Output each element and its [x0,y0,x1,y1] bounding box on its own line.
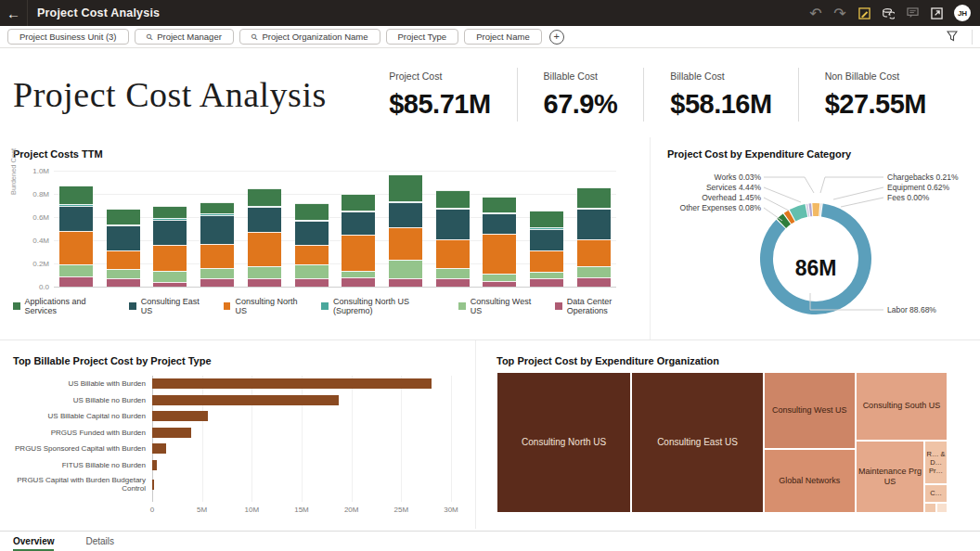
ttm-segment-consulting-east-us[interactable] [342,211,375,235]
ttm-segment-consulting-east-us[interactable] [248,207,281,233]
data-refresh-button[interactable] [876,0,900,26]
ttm-bar-12[interactable] [577,187,611,288]
ttm-segment-consulting-west-us[interactable] [530,272,563,279]
ttm-segment-applications-and-services[interactable] [483,197,516,213]
treemap-cell-small-9[interactable] [936,503,948,513]
ttm-segment-data-center-operations[interactable] [342,277,375,287]
treemap-cell-consulting-south-us[interactable]: Consulting South US [856,372,948,441]
ttm-segment-consulting-east-us[interactable] [153,220,187,246]
ttm-bar-5[interactable] [248,188,281,287]
treemap-cell-r-d-pr[interactable]: R… & D… Pr… [924,441,948,484]
ttm-segment-consulting-east-us[interactable] [59,206,93,232]
ttm-segment-consulting-west-us[interactable] [59,264,93,276]
treemap-cell-global-networks[interactable]: Global Networks [764,449,856,513]
ttm-segment-consulting-north-us[interactable] [530,250,563,272]
ttm-segment-consulting-north-us[interactable] [248,232,281,265]
treemap-cell-maintenance-prg-us[interactable]: Maintenance Prg US [856,441,924,513]
legend-item-data-center-operations[interactable]: Data Center Operations [555,297,650,315]
ttm-segment-consulting-west-us[interactable] [153,271,187,283]
ttm-segment-consulting-east-us[interactable] [577,209,611,239]
ttm-segment-consulting-west-us[interactable] [436,268,470,278]
donut-slice-overhead[interactable] [781,219,787,224]
edit-button[interactable] [852,0,876,26]
ttm-segment-consulting-north-us[interactable] [389,227,422,260]
ttm-segment-consulting-west-us[interactable] [107,269,140,278]
treemap-cell-small-8[interactable] [924,503,936,513]
undo-button[interactable]: ↶ [804,0,828,26]
ttm-segment-data-center-operations[interactable] [59,276,93,287]
ttm-segment-applications-and-services[interactable] [59,186,93,204]
legend-item-consulting-north-us[interactable]: Consulting North US [224,297,306,315]
treemap-cell-consulting-west-us[interactable]: Consulting West US [764,372,856,449]
add-filter-button[interactable]: + [549,30,564,45]
ttm-segment-applications-and-services[interactable] [530,211,563,228]
tab-details[interactable]: Details [85,532,114,546]
ttm-bar-3[interactable] [153,206,187,288]
filter-chip-project-business-unit-3[interactable]: Project Business Unit (3) [7,29,129,45]
legend-item-consulting-west-us[interactable]: Consulting West US [458,297,540,315]
ttm-segment-consulting-east-us[interactable] [107,225,140,251]
treemap-cell-consulting-north-us[interactable]: Consulting North US [496,372,631,513]
ttm-segment-consulting-east-us[interactable] [483,213,516,233]
donut-slice-other-expenses[interactable] [788,216,792,219]
ttm-bar-10[interactable] [483,197,516,288]
hbar-bar-prgus-funded-with-burden[interactable] [152,428,191,438]
ttm-segment-consulting-north-us[interactable] [200,244,234,268]
ttm-segment-applications-and-services[interactable] [295,203,329,220]
ttm-segment-applications-and-services[interactable] [200,202,234,214]
ttm-segment-consulting-north-us[interactable] [436,239,470,268]
hbar-bar-prgus-capital-with-burden-budgetary-control[interactable] [152,480,154,490]
ttm-bar-11[interactable] [530,211,563,288]
ttm-segment-consulting-west-us[interactable] [200,268,234,278]
ttm-segment-consulting-north-us[interactable] [59,231,93,264]
ttm-segment-applications-and-services[interactable] [389,174,422,201]
hbar-bar-prgus-sponsored-capital-with-burden[interactable] [152,443,166,454]
ttm-segment-consulting-north-us[interactable] [342,235,375,271]
legend-item-consulting-east-us[interactable]: Consulting East US [129,297,209,315]
ttm-segment-consulting-west-us[interactable] [342,271,375,278]
ttm-segment-applications-and-services[interactable] [107,209,140,224]
legend-item-consulting-north-us-supremo[interactable]: Consulting North US (Supremo) [321,297,444,315]
filter-chip-project-organization-name[interactable]: ⚲Project Organization Name [239,29,380,45]
legend-item-applications-and-services[interactable]: Applications and Services [13,297,114,315]
ttm-segment-data-center-operations[interactable] [389,278,422,287]
present-button[interactable] [924,0,948,26]
ttm-segment-consulting-east-us[interactable] [436,209,470,239]
ttm-bar-2[interactable] [107,209,140,287]
user-avatar[interactable]: JH [954,5,971,21]
hbar-bar-us-billable-capital-no-burden[interactable] [152,411,208,421]
ttm-segment-consulting-west-us[interactable] [295,264,329,278]
ttm-segment-data-center-operations[interactable] [153,282,187,287]
ttm-segment-consulting-west-us[interactable] [483,274,516,281]
back-button[interactable]: ← [0,0,28,26]
filter-chip-project-manager[interactable]: ⚲Project Manager [135,29,234,45]
tab-overview[interactable]: Overview [13,532,54,551]
hbar-bar-us-billable-with-burden[interactable] [152,378,432,389]
ttm-bar-6[interactable] [295,203,329,287]
ttm-segment-applications-and-services[interactable] [248,188,281,206]
ttm-segment-consulting-north-us[interactable] [295,245,329,264]
ttm-segment-data-center-operations[interactable] [295,278,329,287]
ttm-bar-7[interactable] [342,194,375,287]
ttm-segment-applications-and-services[interactable] [342,194,375,211]
ttm-segment-data-center-operations[interactable] [436,278,470,287]
comment-button[interactable] [900,0,924,26]
ttm-segment-consulting-north-us[interactable] [153,245,187,271]
donut-slice-services[interactable] [793,211,806,215]
ttm-segment-data-center-operations[interactable] [200,278,234,287]
treemap-cell-consulting-east-us[interactable]: Consulting East US [631,372,763,513]
ttm-bar-1[interactable] [59,186,93,287]
ttm-segment-applications-and-services[interactable] [436,190,470,208]
ttm-segment-consulting-east-us[interactable] [530,229,563,251]
ttm-segment-consulting-north-us[interactable] [577,239,611,266]
treemap-cell-c[interactable]: C… [924,484,948,503]
ttm-segment-consulting-east-us[interactable] [295,221,329,245]
ttm-segment-data-center-operations[interactable] [248,278,281,287]
filter-chip-project-type[interactable]: Project Type [386,29,459,45]
ttm-segment-consulting-east-us[interactable] [389,202,422,228]
ttm-segment-data-center-operations[interactable] [530,278,563,287]
filter-chip-project-name[interactable]: Project Name [464,29,542,45]
ttm-segment-data-center-operations[interactable] [483,281,516,287]
filter-button[interactable] [942,29,962,45]
ttm-bar-4[interactable] [200,202,234,287]
